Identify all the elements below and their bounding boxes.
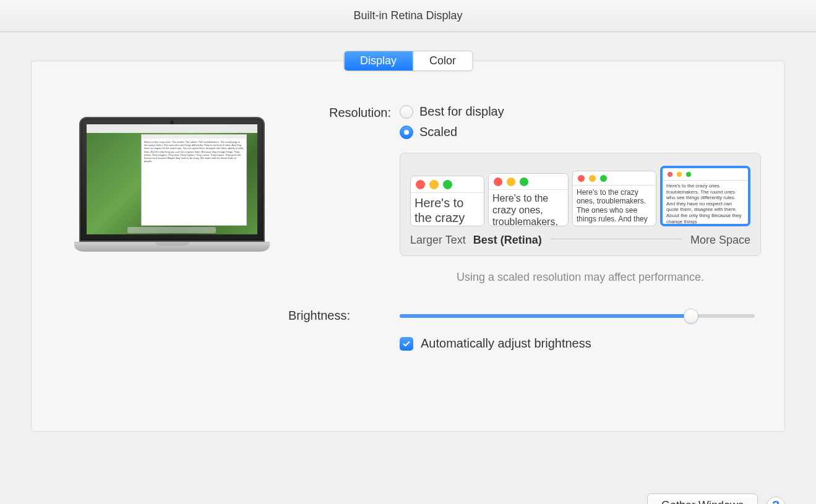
radio-icon xyxy=(400,126,413,139)
scale-option-4-text: Here's to the crazy ones troublemakers. … xyxy=(663,180,748,224)
scale-label-larger: Larger Text xyxy=(410,234,466,247)
window-body: Display Color Here's to the crazy ones. … xyxy=(0,61,816,504)
tab-color[interactable]: Color xyxy=(413,51,472,70)
brightness-slider-knob[interactable] xyxy=(684,309,698,323)
resolution-option-scaled-label: Scaled xyxy=(419,125,457,139)
scale-label-more: More Space xyxy=(690,234,750,247)
scale-option-4[interactable]: Here's to the crazy ones troublemakers. … xyxy=(660,166,750,226)
scale-option-2-text: Here's to the crazy ones, troublemakers,… xyxy=(489,189,568,226)
footer: Gather Windows ? xyxy=(0,493,816,504)
scale-option-3[interactable]: Here's to the crazy ones, troublemakers.… xyxy=(572,171,656,226)
help-button[interactable]: ? xyxy=(767,497,785,505)
preview-column: Here's to the crazy ones. The misfits. T… xyxy=(55,105,288,351)
gather-windows-button[interactable]: Gather Windows xyxy=(647,493,758,504)
resolution-label: Resolution: xyxy=(288,105,400,120)
scale-option-1[interactable]: Here's to the crazy ones, the troublemak… xyxy=(410,176,484,226)
brightness-label: Brightness: xyxy=(288,309,400,323)
radio-icon xyxy=(400,105,413,119)
resolution-option-best-label: Best for display xyxy=(419,105,504,119)
tab-display[interactable]: Display xyxy=(344,51,413,70)
resolution-option-scaled[interactable]: Scaled xyxy=(400,125,761,139)
auto-brightness-label: Automatically adjust brightness xyxy=(421,336,591,351)
resolution-option-best[interactable]: Best for display xyxy=(400,105,761,119)
scale-option-1-text: Here's to the crazy ones, the troublemak… xyxy=(411,192,484,226)
content-panel: Display Color Here's to the crazy ones. … xyxy=(31,61,785,432)
tabs-segment: Display Color xyxy=(343,51,473,71)
brightness-row: Brightness: xyxy=(288,309,761,323)
scale-chooser: Here's to the crazy ones, the troublemak… xyxy=(400,153,761,256)
scale-hint: Using a scaled resolution may affect per… xyxy=(400,271,761,284)
laptop-preview: Here's to the crazy ones. The misfits. T… xyxy=(79,117,265,351)
brightness-slider[interactable] xyxy=(400,314,755,318)
preview-doc-text: Here's to the crazy ones. The misfits. T… xyxy=(144,140,243,163)
brightness-slider-fill xyxy=(400,314,691,318)
window-title: Built-in Retina Display xyxy=(353,9,462,22)
window-titlebar: Built-in Retina Display xyxy=(0,0,816,32)
scale-option-2[interactable]: Here's to the crazy ones, troublemakers,… xyxy=(488,173,569,226)
resolution-row: Resolution: Best for display Scaled xyxy=(288,105,761,284)
scale-label-best: Best (Retina) xyxy=(473,234,542,247)
auto-brightness-row[interactable]: Automatically adjust brightness xyxy=(288,336,761,351)
scale-option-3-text: Here's to the crazy ones, troublemakers.… xyxy=(573,185,656,226)
checkbox-icon xyxy=(400,337,413,351)
